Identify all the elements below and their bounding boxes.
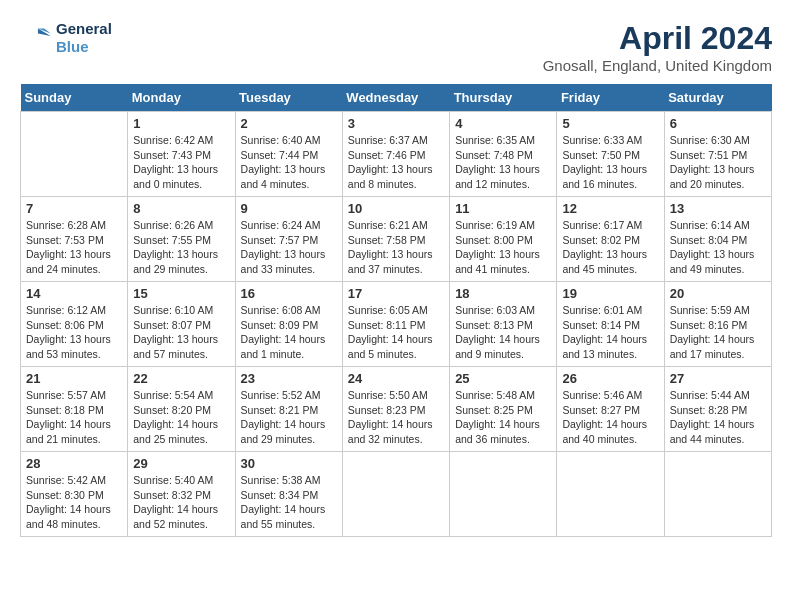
calendar-cell: 1Sunrise: 6:42 AMSunset: 7:43 PMDaylight… — [128, 112, 235, 197]
weekday-header-thursday: Thursday — [450, 84, 557, 112]
day-number: 28 — [26, 456, 122, 471]
day-info: Sunrise: 5:42 AMSunset: 8:30 PMDaylight:… — [26, 473, 122, 532]
page-header: General Blue April 2024 Gnosall, England… — [20, 20, 772, 74]
day-number: 15 — [133, 286, 229, 301]
calendar-cell: 6Sunrise: 6:30 AMSunset: 7:51 PMDaylight… — [664, 112, 771, 197]
calendar-table: SundayMondayTuesdayWednesdayThursdayFrid… — [20, 84, 772, 537]
calendar-cell: 5Sunrise: 6:33 AMSunset: 7:50 PMDaylight… — [557, 112, 664, 197]
day-number: 10 — [348, 201, 444, 216]
calendar-header: SundayMondayTuesdayWednesdayThursdayFrid… — [21, 84, 772, 112]
day-info: Sunrise: 6:05 AMSunset: 8:11 PMDaylight:… — [348, 303, 444, 362]
day-info: Sunrise: 5:52 AMSunset: 8:21 PMDaylight:… — [241, 388, 337, 447]
calendar-week-2: 7Sunrise: 6:28 AMSunset: 7:53 PMDaylight… — [21, 197, 772, 282]
day-info: Sunrise: 6:42 AMSunset: 7:43 PMDaylight:… — [133, 133, 229, 192]
calendar-cell: 28Sunrise: 5:42 AMSunset: 8:30 PMDayligh… — [21, 452, 128, 537]
day-number: 8 — [133, 201, 229, 216]
day-info: Sunrise: 5:59 AMSunset: 8:16 PMDaylight:… — [670, 303, 766, 362]
calendar-cell — [450, 452, 557, 537]
day-info: Sunrise: 6:33 AMSunset: 7:50 PMDaylight:… — [562, 133, 658, 192]
weekday-header-monday: Monday — [128, 84, 235, 112]
calendar-cell: 18Sunrise: 6:03 AMSunset: 8:13 PMDayligh… — [450, 282, 557, 367]
calendar-cell: 14Sunrise: 6:12 AMSunset: 8:06 PMDayligh… — [21, 282, 128, 367]
day-info: Sunrise: 5:57 AMSunset: 8:18 PMDaylight:… — [26, 388, 122, 447]
day-info: Sunrise: 6:12 AMSunset: 8:06 PMDaylight:… — [26, 303, 122, 362]
day-number: 17 — [348, 286, 444, 301]
day-info: Sunrise: 6:40 AMSunset: 7:44 PMDaylight:… — [241, 133, 337, 192]
day-number: 6 — [670, 116, 766, 131]
day-info: Sunrise: 6:35 AMSunset: 7:48 PMDaylight:… — [455, 133, 551, 192]
day-number: 9 — [241, 201, 337, 216]
day-info: Sunrise: 5:46 AMSunset: 8:27 PMDaylight:… — [562, 388, 658, 447]
calendar-cell: 22Sunrise: 5:54 AMSunset: 8:20 PMDayligh… — [128, 367, 235, 452]
calendar-cell — [342, 452, 449, 537]
day-number: 7 — [26, 201, 122, 216]
calendar-week-1: 1Sunrise: 6:42 AMSunset: 7:43 PMDaylight… — [21, 112, 772, 197]
calendar-cell: 16Sunrise: 6:08 AMSunset: 8:09 PMDayligh… — [235, 282, 342, 367]
calendar-cell: 27Sunrise: 5:44 AMSunset: 8:28 PMDayligh… — [664, 367, 771, 452]
calendar-cell: 15Sunrise: 6:10 AMSunset: 8:07 PMDayligh… — [128, 282, 235, 367]
calendar-cell: 20Sunrise: 5:59 AMSunset: 8:16 PMDayligh… — [664, 282, 771, 367]
weekday-header-row: SundayMondayTuesdayWednesdayThursdayFrid… — [21, 84, 772, 112]
day-number: 27 — [670, 371, 766, 386]
calendar-week-4: 21Sunrise: 5:57 AMSunset: 8:18 PMDayligh… — [21, 367, 772, 452]
calendar-cell: 23Sunrise: 5:52 AMSunset: 8:21 PMDayligh… — [235, 367, 342, 452]
calendar-cell — [557, 452, 664, 537]
weekday-header-saturday: Saturday — [664, 84, 771, 112]
day-info: Sunrise: 6:03 AMSunset: 8:13 PMDaylight:… — [455, 303, 551, 362]
logo-line1: General — [56, 20, 112, 38]
calendar-cell: 4Sunrise: 6:35 AMSunset: 7:48 PMDaylight… — [450, 112, 557, 197]
day-number: 5 — [562, 116, 658, 131]
logo-line2: Blue — [56, 38, 112, 56]
day-info: Sunrise: 6:10 AMSunset: 8:07 PMDaylight:… — [133, 303, 229, 362]
calendar-cell: 9Sunrise: 6:24 AMSunset: 7:57 PMDaylight… — [235, 197, 342, 282]
weekday-header-sunday: Sunday — [21, 84, 128, 112]
day-number: 23 — [241, 371, 337, 386]
day-number: 20 — [670, 286, 766, 301]
calendar-cell — [664, 452, 771, 537]
day-info: Sunrise: 6:21 AMSunset: 7:58 PMDaylight:… — [348, 218, 444, 277]
day-number: 1 — [133, 116, 229, 131]
day-number: 22 — [133, 371, 229, 386]
day-number: 18 — [455, 286, 551, 301]
day-info: Sunrise: 5:44 AMSunset: 8:28 PMDaylight:… — [670, 388, 766, 447]
calendar-week-5: 28Sunrise: 5:42 AMSunset: 8:30 PMDayligh… — [21, 452, 772, 537]
day-info: Sunrise: 6:14 AMSunset: 8:04 PMDaylight:… — [670, 218, 766, 277]
calendar-cell: 8Sunrise: 6:26 AMSunset: 7:55 PMDaylight… — [128, 197, 235, 282]
calendar-cell: 10Sunrise: 6:21 AMSunset: 7:58 PMDayligh… — [342, 197, 449, 282]
day-info: Sunrise: 6:24 AMSunset: 7:57 PMDaylight:… — [241, 218, 337, 277]
calendar-cell: 19Sunrise: 6:01 AMSunset: 8:14 PMDayligh… — [557, 282, 664, 367]
day-number: 4 — [455, 116, 551, 131]
weekday-header-friday: Friday — [557, 84, 664, 112]
calendar-cell — [21, 112, 128, 197]
day-info: Sunrise: 5:54 AMSunset: 8:20 PMDaylight:… — [133, 388, 229, 447]
logo-container: General Blue — [20, 20, 112, 56]
day-info: Sunrise: 6:08 AMSunset: 8:09 PMDaylight:… — [241, 303, 337, 362]
day-number: 29 — [133, 456, 229, 471]
day-number: 11 — [455, 201, 551, 216]
calendar-cell: 24Sunrise: 5:50 AMSunset: 8:23 PMDayligh… — [342, 367, 449, 452]
day-info: Sunrise: 6:01 AMSunset: 8:14 PMDaylight:… — [562, 303, 658, 362]
day-number: 24 — [348, 371, 444, 386]
day-number: 30 — [241, 456, 337, 471]
day-info: Sunrise: 6:37 AMSunset: 7:46 PMDaylight:… — [348, 133, 444, 192]
weekday-header-wednesday: Wednesday — [342, 84, 449, 112]
day-number: 3 — [348, 116, 444, 131]
day-info: Sunrise: 6:17 AMSunset: 8:02 PMDaylight:… — [562, 218, 658, 277]
month-year-title: April 2024 — [543, 20, 772, 57]
day-info: Sunrise: 5:40 AMSunset: 8:32 PMDaylight:… — [133, 473, 229, 532]
calendar-cell: 26Sunrise: 5:46 AMSunset: 8:27 PMDayligh… — [557, 367, 664, 452]
calendar-body: 1Sunrise: 6:42 AMSunset: 7:43 PMDaylight… — [21, 112, 772, 537]
day-number: 13 — [670, 201, 766, 216]
calendar-cell: 13Sunrise: 6:14 AMSunset: 8:04 PMDayligh… — [664, 197, 771, 282]
day-info: Sunrise: 6:19 AMSunset: 8:00 PMDaylight:… — [455, 218, 551, 277]
calendar-cell: 30Sunrise: 5:38 AMSunset: 8:34 PMDayligh… — [235, 452, 342, 537]
day-info: Sunrise: 5:38 AMSunset: 8:34 PMDaylight:… — [241, 473, 337, 532]
logo-text: General Blue — [56, 20, 112, 56]
day-number: 19 — [562, 286, 658, 301]
weekday-header-tuesday: Tuesday — [235, 84, 342, 112]
calendar-cell: 7Sunrise: 6:28 AMSunset: 7:53 PMDaylight… — [21, 197, 128, 282]
calendar-cell: 21Sunrise: 5:57 AMSunset: 8:18 PMDayligh… — [21, 367, 128, 452]
day-info: Sunrise: 6:26 AMSunset: 7:55 PMDaylight:… — [133, 218, 229, 277]
day-number: 25 — [455, 371, 551, 386]
calendar-cell: 3Sunrise: 6:37 AMSunset: 7:46 PMDaylight… — [342, 112, 449, 197]
